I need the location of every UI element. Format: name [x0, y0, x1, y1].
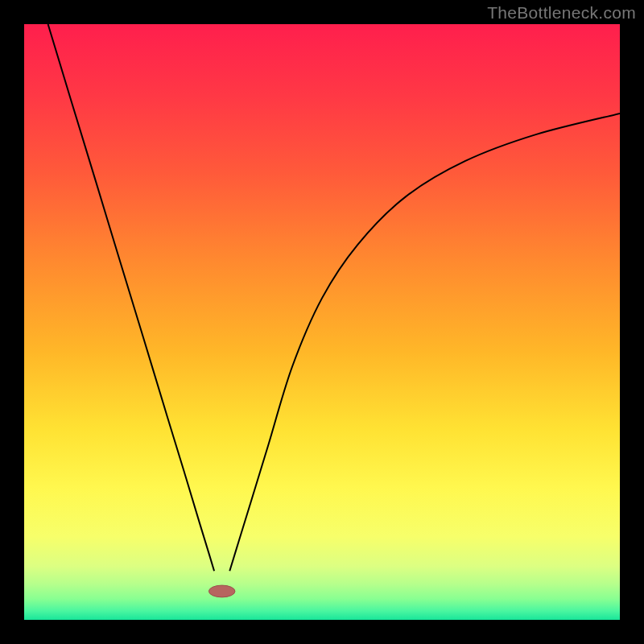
curve-left-branch: [48, 24, 214, 571]
bottleneck-curve: [24, 24, 620, 620]
chart-frame: TheBottleneck.com: [0, 0, 644, 644]
optimal-point-marker: [208, 585, 235, 597]
watermark-text: TheBottleneck.com: [487, 3, 636, 23]
plot-area: [24, 24, 620, 620]
curve-right-branch: [229, 114, 620, 571]
